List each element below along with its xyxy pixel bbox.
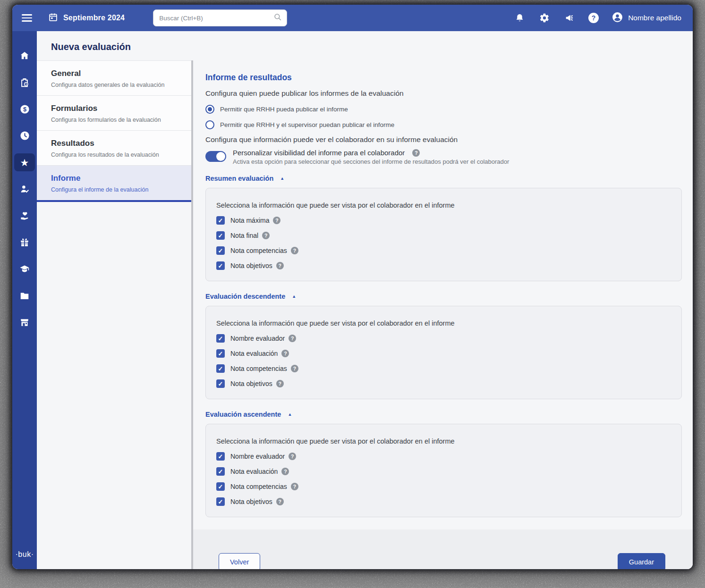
visibility-toggle-block: Personalizar visibilidad del informe par… xyxy=(205,149,682,165)
radio-option-rrhh-supervisor[interactable]: Permitir que RRHH y el supervisor puedan… xyxy=(205,120,682,129)
publish-question: Configura quien puede publicar los infor… xyxy=(205,89,682,98)
sidebar-item-payroll[interactable]: $ xyxy=(12,96,37,123)
section-title: Evaluación ascendente xyxy=(205,411,281,418)
help-icon[interactable]: ? xyxy=(291,365,298,372)
check-icon: ✓ xyxy=(218,381,223,387)
checkbox-label: Nota objetivos xyxy=(230,498,272,505)
help-icon[interactable]: ? xyxy=(412,149,420,157)
settings-gear-icon[interactable] xyxy=(538,12,551,24)
checkbox-row: ✓ Nota evaluación ? xyxy=(216,349,672,358)
announcements-megaphone-icon[interactable] xyxy=(563,12,576,24)
checkbox-label: Nota competencias xyxy=(230,483,287,490)
radio-option-rrhh[interactable]: Permitir que RRHH pueda publicar el info… xyxy=(205,104,682,114)
step-description: Configura el informe de la evaluación xyxy=(51,186,184,193)
help-icon[interactable]: ? xyxy=(588,13,599,23)
search-icon xyxy=(273,13,282,23)
check-icon: ✓ xyxy=(218,454,223,460)
clock-icon xyxy=(19,130,30,141)
check-icon: ✓ xyxy=(218,233,223,239)
panel-intro: Selecciona la información que puede ser … xyxy=(216,437,672,446)
checkbox-checked[interactable]: ✓ xyxy=(216,497,225,506)
sidebar-item-time[interactable] xyxy=(12,123,37,150)
check-icon: ✓ xyxy=(218,469,223,475)
period-selector[interactable]: Septiembre 2024 xyxy=(48,12,125,24)
step-resultados[interactable]: Resultados Configura los resultados de l… xyxy=(37,131,191,166)
step-description: Configura los formularios de la evaluaci… xyxy=(51,117,184,123)
chevron-up-icon[interactable]: ▲ xyxy=(288,412,292,417)
help-icon[interactable]: ? xyxy=(281,468,289,475)
checkbox-label: Nota objetivos xyxy=(230,262,272,269)
chevron-up-icon[interactable]: ▲ xyxy=(280,176,284,181)
section-header-ascendente[interactable]: Evaluación ascendente ▲ xyxy=(205,411,682,418)
sidebar-item-home[interactable] xyxy=(12,42,37,69)
checkbox-checked[interactable]: ✓ xyxy=(216,261,225,270)
help-icon[interactable]: ? xyxy=(276,262,284,269)
step-informe[interactable]: Informe Configura el informe de la evalu… xyxy=(37,166,191,200)
checkbox-checked[interactable]: ✓ xyxy=(216,349,225,358)
checkbox-checked[interactable]: ✓ xyxy=(216,246,225,255)
back-button[interactable]: Volver xyxy=(219,553,260,569)
checkbox-checked[interactable]: ✓ xyxy=(216,231,225,240)
user-name: Nombre apellido xyxy=(628,14,681,22)
section-header-resumen[interactable]: Resumen evaluación ▲ xyxy=(205,175,682,182)
checkbox-label: Nota objetivos xyxy=(230,380,272,387)
visibility-question: Configura que información puede ver el c… xyxy=(205,135,682,144)
notifications-bell-icon[interactable] xyxy=(513,12,526,24)
radio-label: Permitir que RRHH pueda publicar el info… xyxy=(220,106,348,113)
sidebar-item-assignments[interactable] xyxy=(12,69,37,96)
period-label: Septiembre 2024 xyxy=(63,14,125,22)
help-icon[interactable]: ? xyxy=(276,380,284,387)
checkbox-checked[interactable]: ✓ xyxy=(216,467,225,476)
checkbox-checked[interactable]: ✓ xyxy=(216,216,225,225)
step-formularios[interactable]: Formularios Configura los formularios de… xyxy=(37,96,191,131)
checkbox-row: ✓ Nota competencias ? xyxy=(216,482,672,491)
check-icon: ✓ xyxy=(218,499,223,505)
help-icon[interactable]: ? xyxy=(262,232,270,239)
checkbox-checked[interactable]: ✓ xyxy=(216,334,225,343)
section-panel-resumen: Selecciona la información que puede ser … xyxy=(205,188,682,281)
help-icon[interactable]: ? xyxy=(291,483,298,490)
help-icon[interactable]: ? xyxy=(289,335,296,342)
checkbox-checked[interactable]: ✓ xyxy=(216,452,225,461)
checkbox-row: ✓ Nota competencias ? xyxy=(216,246,672,255)
checkbox-row: ✓ Nota máxima ? xyxy=(216,216,672,225)
radio-label: Permitir que RRHH y el supervisor puedan… xyxy=(220,121,394,128)
panel-intro: Selecciona la información que puede ser … xyxy=(216,319,672,328)
hamburger-menu-icon[interactable] xyxy=(22,12,34,24)
search-input[interactable] xyxy=(159,15,273,22)
radio-selected[interactable] xyxy=(205,105,214,114)
sidebar-item-marketplace[interactable] xyxy=(12,309,37,336)
sidebar-item-evaluations[interactable]: ★ xyxy=(12,149,37,176)
user-menu[interactable]: Nombre apellido xyxy=(612,11,681,25)
step-label: General xyxy=(51,69,184,78)
chevron-up-icon[interactable]: ▲ xyxy=(292,294,296,299)
section-header-descendente[interactable]: Evaluación descendente ▲ xyxy=(205,293,682,300)
sidebar-item-culture[interactable] xyxy=(12,202,37,229)
checkbox-row: ✓ Nota competencias ? xyxy=(216,364,672,373)
checkbox-checked[interactable]: ✓ xyxy=(216,379,225,388)
radio-unselected[interactable] xyxy=(205,120,214,129)
svg-text:$: $ xyxy=(23,106,26,113)
checkbox-row: ✓ Nombre evaluador ? xyxy=(216,334,672,343)
help-icon[interactable]: ? xyxy=(281,350,289,357)
calendar-icon xyxy=(48,12,58,24)
global-search[interactable] xyxy=(153,9,287,26)
save-button[interactable]: Guardar xyxy=(618,553,665,569)
help-icon[interactable]: ? xyxy=(276,498,284,505)
step-label: Informe xyxy=(51,174,184,183)
report-settings-content: Informe de resultados Configura quien pu… xyxy=(193,60,693,569)
checkbox-row: ✓ Nombre evaluador ? xyxy=(216,452,672,461)
help-icon[interactable]: ? xyxy=(273,217,280,224)
checkbox-checked[interactable]: ✓ xyxy=(216,364,225,373)
sidebar-item-documents[interactable] xyxy=(12,283,37,310)
checkbox-checked[interactable]: ✓ xyxy=(216,482,225,491)
help-icon[interactable]: ? xyxy=(289,453,296,460)
home-icon xyxy=(19,50,30,61)
step-general[interactable]: General Configura datos generales de la … xyxy=(37,61,191,96)
sidebar-item-benefits[interactable] xyxy=(12,229,37,256)
help-icon[interactable]: ? xyxy=(291,247,298,254)
buk-logo: ·buk· xyxy=(12,550,37,559)
sidebar-item-selection[interactable] xyxy=(12,176,37,203)
sidebar-item-training[interactable] xyxy=(12,256,37,283)
visibility-toggle[interactable] xyxy=(205,151,226,162)
